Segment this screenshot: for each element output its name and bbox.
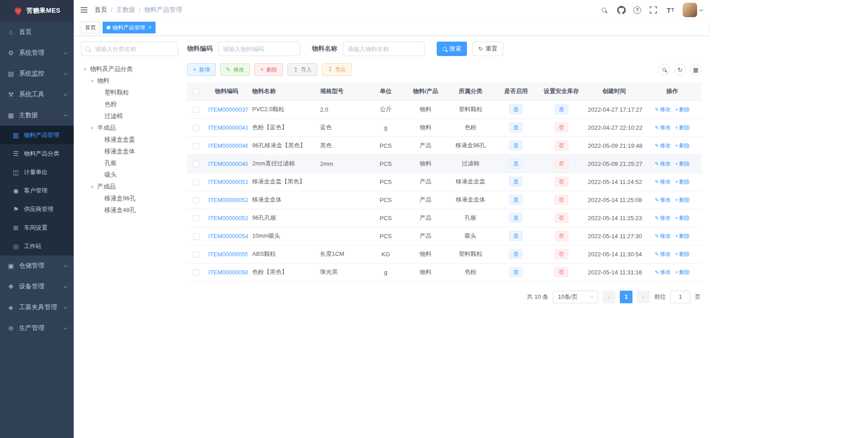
tree-node-leaf[interactable]: 移液盒96孔 bbox=[81, 193, 178, 204]
row-checkbox[interactable] bbox=[193, 215, 199, 221]
material-name-input[interactable] bbox=[343, 42, 425, 56]
table-row[interactable]: ITEM00000054 10mm吸头 PCS 产品 吸头 是 否 2022-0… bbox=[187, 227, 702, 245]
row-checkbox[interactable] bbox=[193, 269, 199, 276]
sidebar-item-material-product-mgmt[interactable]: ▥ 物料产品管理 bbox=[0, 126, 74, 144]
row-delete-link[interactable]: ×删除 bbox=[675, 124, 689, 131]
sidebar-group-tooling-fixture-mgmt[interactable]: ◈ 工装夹具管理 bbox=[0, 297, 74, 318]
goto-page-input[interactable] bbox=[670, 291, 690, 303]
tree-node-leaf[interactable]: 移液盒盒体 bbox=[81, 146, 178, 157]
material-code-input[interactable] bbox=[218, 42, 300, 56]
tree-node-root[interactable]: ▾ 物料及产品分类 bbox=[81, 63, 178, 75]
row-delete-link[interactable]: ×删除 bbox=[675, 179, 689, 185]
row-delete-link[interactable]: ×删除 bbox=[675, 233, 689, 239]
row-checkbox[interactable] bbox=[193, 233, 199, 240]
item-code-link[interactable]: ITEM00000056 bbox=[208, 269, 248, 276]
tree-node-leaf[interactable]: 孔板 bbox=[81, 157, 178, 169]
table-row[interactable]: ITEM00000056 色粉【黑色】 珠光黑 g 物料 色粉 是 否 2022… bbox=[187, 263, 702, 281]
tree-node-semi-finished[interactable]: ▾ 半成品 bbox=[81, 122, 178, 134]
add-button[interactable]: +新增 bbox=[187, 63, 216, 76]
tree-node-leaf[interactable]: 移液盒盒盖 bbox=[81, 134, 178, 146]
sidebar-group-master-data[interactable]: ▦ 主数据 bbox=[0, 105, 74, 126]
column-settings-button[interactable]: ▦ bbox=[690, 64, 702, 75]
sidebar-item-supplier-mgmt[interactable]: ⚑ 供应商管理 bbox=[0, 200, 74, 218]
item-code-link[interactable]: ITEM00000052 bbox=[208, 197, 248, 203]
row-edit-link[interactable]: ✎修改 bbox=[655, 124, 670, 131]
row-delete-link[interactable]: ×删除 bbox=[675, 142, 689, 149]
row-checkbox[interactable] bbox=[193, 107, 199, 113]
row-delete-link[interactable]: ×删除 bbox=[675, 269, 689, 275]
item-code-link[interactable]: ITEM00000051 bbox=[208, 179, 248, 185]
category-search-input[interactable] bbox=[81, 42, 178, 56]
row-delete-link[interactable]: ×删除 bbox=[675, 251, 689, 257]
item-code-link[interactable]: ITEM00000037 bbox=[208, 106, 248, 113]
row-checkbox[interactable] bbox=[193, 125, 199, 131]
refresh-table-button[interactable]: ↻ bbox=[674, 64, 686, 75]
row-edit-link[interactable]: ✎修改 bbox=[655, 233, 670, 239]
sidebar-item-customer-mgmt[interactable]: ◉ 客户管理 bbox=[0, 181, 74, 200]
row-edit-link[interactable]: ✎修改 bbox=[655, 160, 670, 167]
table-row[interactable]: ITEM00000051 移液盒盒盖【黑色】 PCS 产品 移液盒盒盖 是 否 … bbox=[187, 173, 702, 191]
prev-page-button[interactable]: ‹ bbox=[603, 291, 615, 303]
sidebar-item-measure-unit[interactable]: ◫ 计量单位 bbox=[0, 163, 74, 181]
export-button[interactable]: ↧导出 bbox=[322, 63, 352, 76]
sidebar-group-production-mgmt[interactable]: ⊚ 生产管理 bbox=[0, 318, 74, 339]
user-avatar[interactable] bbox=[683, 3, 703, 17]
tree-node-finished[interactable]: ▾ 产成品 bbox=[81, 181, 178, 193]
sidebar-item-home[interactable]: ⌂ 首页 bbox=[0, 22, 74, 42]
item-code-link[interactable]: ITEM00000049 bbox=[208, 160, 248, 167]
next-page-button[interactable]: › bbox=[637, 291, 650, 303]
breadcrumb-master-data[interactable]: 主数据 bbox=[116, 6, 135, 14]
tree-node-leaf[interactable]: 移液盒48孔 bbox=[81, 204, 178, 216]
sidebar-toggle-icon[interactable] bbox=[80, 6, 88, 14]
item-code-link[interactable]: ITEM00000041 bbox=[208, 124, 248, 131]
row-checkbox[interactable] bbox=[193, 179, 199, 185]
sidebar-group-system-mgmt[interactable]: ⚙ 系统管理 bbox=[0, 42, 74, 63]
row-delete-link[interactable]: ×删除 bbox=[675, 215, 689, 221]
row-checkbox[interactable] bbox=[193, 197, 199, 203]
table-row[interactable]: ITEM00000041 色粉【蓝色】 蓝色 g 物料 色粉 是 否 2022-… bbox=[187, 118, 702, 137]
table-row[interactable]: ITEM00000049 2mm直径过滤棉 2mm PCS 物料 过滤棉 是 否… bbox=[187, 155, 702, 173]
row-checkbox[interactable] bbox=[193, 143, 199, 149]
close-icon[interactable]: × bbox=[148, 25, 151, 30]
row-delete-link[interactable]: ×删除 bbox=[675, 160, 689, 167]
table-row[interactable]: ITEM00000037 PVC2.0颗粒 2.0 公斤 物料 塑料颗粒 是 是… bbox=[187, 100, 702, 118]
item-code-link[interactable]: ITEM00000053 bbox=[208, 215, 248, 221]
sidebar-item-workstation[interactable]: ◎ 工作站 bbox=[0, 237, 74, 255]
item-code-link[interactable]: ITEM00000054 bbox=[208, 233, 248, 240]
github-icon[interactable] bbox=[616, 5, 626, 15]
row-delete-link[interactable]: ×删除 bbox=[675, 197, 689, 203]
select-all-checkbox[interactable] bbox=[193, 89, 199, 95]
tree-node-leaf[interactable]: 吸头 bbox=[81, 169, 178, 181]
search-button[interactable]: 搜索 bbox=[437, 42, 467, 56]
tab-home[interactable]: 首页 bbox=[81, 22, 100, 33]
sidebar-group-equipment-mgmt[interactable]: ❖ 设备管理 bbox=[0, 276, 74, 297]
item-code-link[interactable]: ITEM00000046 bbox=[208, 142, 248, 149]
sidebar-group-warehouse-mgmt[interactable]: ▣ 仓储管理 bbox=[0, 255, 74, 276]
delete-button[interactable]: ×删除 bbox=[255, 63, 283, 76]
sidebar-item-material-product-category[interactable]: ☰ 物料产品分类 bbox=[0, 144, 74, 163]
row-edit-link[interactable]: ✎修改 bbox=[655, 215, 670, 221]
row-checkbox[interactable] bbox=[193, 251, 199, 258]
row-delete-link[interactable]: ×删除 bbox=[675, 106, 689, 113]
row-checkbox[interactable] bbox=[193, 161, 199, 167]
sidebar-group-system-tools[interactable]: ⚒ 系统工具 bbox=[0, 84, 74, 105]
search-icon[interactable] bbox=[599, 5, 609, 15]
breadcrumb-home[interactable]: 首页 bbox=[94, 6, 107, 14]
item-code-link[interactable]: ITEM00000055 bbox=[208, 251, 248, 258]
row-edit-link[interactable]: ✎修改 bbox=[655, 142, 670, 149]
row-edit-link[interactable]: ✎修改 bbox=[655, 251, 670, 257]
row-edit-link[interactable]: ✎修改 bbox=[655, 269, 670, 275]
tree-node-leaf[interactable]: 塑料颗粒 bbox=[81, 87, 178, 99]
reset-button[interactable]: ↻ 重置 bbox=[472, 42, 503, 56]
tree-node-leaf[interactable]: 色粉 bbox=[81, 99, 178, 110]
font-size-icon[interactable]: TT bbox=[665, 5, 675, 15]
help-icon[interactable]: ? bbox=[633, 6, 641, 14]
tab-material-product-mgmt[interactable]: 物料产品管理 × bbox=[103, 22, 156, 33]
fullscreen-icon[interactable] bbox=[648, 5, 658, 15]
tree-node-leaf[interactable]: 过滤棉 bbox=[81, 110, 178, 122]
edit-button[interactable]: ✎修改 bbox=[220, 63, 250, 76]
page-number-button[interactable]: 1 bbox=[620, 291, 632, 303]
table-row[interactable]: ITEM00000046 96孔移液盒【黑色】 黑色 PCS 产品 移液盒96孔… bbox=[187, 137, 702, 155]
tree-node-material[interactable]: ▾ 物料 bbox=[81, 75, 178, 87]
row-edit-link[interactable]: ✎修改 bbox=[655, 179, 670, 185]
